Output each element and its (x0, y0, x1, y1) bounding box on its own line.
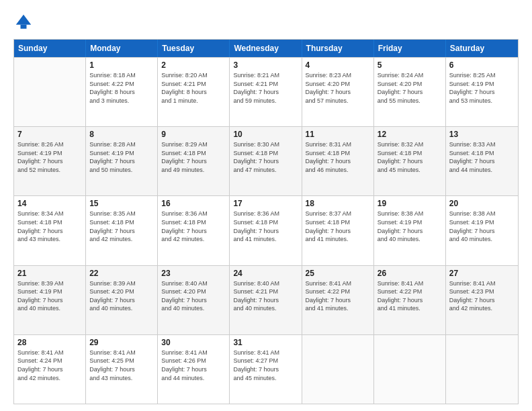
day-number: 3 (233, 60, 298, 70)
day-number: 16 (161, 199, 226, 208)
day-detail: Sunrise: 8:39 AMSunset: 4:20 PMDaylight:… (89, 279, 154, 313)
day-cell-31: 31Sunrise: 8:41 AMSunset: 4:27 PMDayligh… (230, 335, 302, 404)
empty-cell-4-6 (446, 335, 518, 404)
day-number: 17 (233, 199, 298, 208)
day-detail: Sunrise: 8:25 AMSunset: 4:19 PMDaylight:… (449, 71, 515, 105)
day-number: 23 (161, 269, 226, 278)
day-cell-7: 7Sunrise: 8:26 AMSunset: 4:19 PMDaylight… (14, 127, 86, 195)
svg-marker-0 (16, 15, 32, 25)
day-detail: Sunrise: 8:41 AMSunset: 4:22 PMDaylight:… (306, 279, 370, 313)
day-detail: Sunrise: 8:37 AMSunset: 4:18 PMDaylight:… (306, 210, 370, 243)
day-detail: Sunrise: 8:24 AMSunset: 4:20 PMDaylight:… (378, 71, 442, 105)
day-cell-29: 29Sunrise: 8:41 AMSunset: 4:25 PMDayligh… (86, 335, 158, 404)
day-number: 25 (306, 269, 370, 278)
day-number: 7 (17, 130, 82, 139)
header-day-sunday: Sunday (14, 40, 86, 57)
day-number: 31 (233, 338, 298, 347)
day-cell-19: 19Sunrise: 8:38 AMSunset: 4:19 PMDayligh… (374, 196, 446, 265)
day-number: 11 (306, 130, 370, 139)
day-number: 30 (161, 338, 226, 347)
calendar-body: 1Sunrise: 8:18 AMSunset: 4:22 PMDaylight… (14, 57, 518, 404)
day-number: 24 (233, 269, 298, 278)
day-detail: Sunrise: 8:28 AMSunset: 4:19 PMDaylight:… (89, 140, 154, 174)
day-number: 6 (449, 60, 515, 70)
day-cell-28: 28Sunrise: 8:41 AMSunset: 4:24 PMDayligh… (14, 335, 86, 404)
day-cell-12: 12Sunrise: 8:32 AMSunset: 4:18 PMDayligh… (374, 127, 446, 195)
header-day-monday: Monday (86, 40, 158, 57)
day-cell-6: 6Sunrise: 8:25 AMSunset: 4:19 PMDaylight… (446, 58, 518, 126)
day-number: 15 (89, 199, 154, 208)
day-cell-5: 5Sunrise: 8:24 AMSunset: 4:20 PMDaylight… (374, 58, 446, 126)
day-number: 8 (89, 130, 154, 139)
day-number: 1 (89, 60, 154, 70)
day-detail: Sunrise: 8:38 AMSunset: 4:19 PMDaylight:… (449, 210, 515, 243)
empty-cell-0-0 (14, 58, 86, 126)
header-day-tuesday: Tuesday (158, 40, 230, 57)
day-number: 26 (378, 269, 442, 278)
day-cell-18: 18Sunrise: 8:37 AMSunset: 4:18 PMDayligh… (302, 196, 374, 265)
day-cell-25: 25Sunrise: 8:41 AMSunset: 4:22 PMDayligh… (302, 266, 374, 334)
day-detail: Sunrise: 8:33 AMSunset: 4:18 PMDaylight:… (449, 140, 515, 174)
day-detail: Sunrise: 8:41 AMSunset: 4:23 PMDaylight:… (449, 279, 515, 313)
day-detail: Sunrise: 8:39 AMSunset: 4:19 PMDaylight:… (17, 279, 82, 313)
day-detail: Sunrise: 8:29 AMSunset: 4:18 PMDaylight:… (161, 140, 226, 174)
day-number: 18 (306, 199, 370, 208)
day-number: 27 (449, 269, 515, 278)
day-number: 4 (306, 60, 370, 70)
day-detail: Sunrise: 8:40 AMSunset: 4:20 PMDaylight:… (161, 279, 226, 313)
header-day-saturday: Saturday (446, 40, 518, 57)
day-number: 9 (161, 130, 226, 139)
day-detail: Sunrise: 8:38 AMSunset: 4:19 PMDaylight:… (378, 210, 442, 243)
day-number: 19 (378, 199, 442, 208)
day-cell-16: 16Sunrise: 8:36 AMSunset: 4:18 PMDayligh… (158, 196, 230, 265)
empty-cell-4-5 (374, 335, 446, 404)
day-detail: Sunrise: 8:41 AMSunset: 4:26 PMDaylight:… (161, 349, 226, 382)
day-cell-2: 2Sunrise: 8:20 AMSunset: 4:21 PMDaylight… (158, 58, 230, 126)
day-cell-26: 26Sunrise: 8:41 AMSunset: 4:22 PMDayligh… (374, 266, 446, 334)
day-number: 29 (89, 338, 154, 347)
day-number: 22 (89, 269, 154, 278)
day-number: 20 (449, 199, 515, 208)
day-cell-27: 27Sunrise: 8:41 AMSunset: 4:23 PMDayligh… (446, 266, 518, 334)
calendar-header: SundayMondayTuesdayWednesdayThursdayFrid… (14, 40, 518, 57)
day-cell-14: 14Sunrise: 8:34 AMSunset: 4:18 PMDayligh… (14, 196, 86, 265)
day-cell-13: 13Sunrise: 8:33 AMSunset: 4:18 PMDayligh… (446, 127, 518, 195)
day-detail: Sunrise: 8:36 AMSunset: 4:18 PMDaylight:… (161, 210, 226, 243)
day-detail: Sunrise: 8:41 AMSunset: 4:25 PMDaylight:… (89, 349, 154, 382)
day-detail: Sunrise: 8:31 AMSunset: 4:18 PMDaylight:… (306, 140, 370, 174)
day-cell-20: 20Sunrise: 8:38 AMSunset: 4:19 PMDayligh… (446, 196, 518, 265)
header (13, 12, 519, 32)
day-cell-9: 9Sunrise: 8:29 AMSunset: 4:18 PMDaylight… (158, 127, 230, 195)
day-cell-30: 30Sunrise: 8:41 AMSunset: 4:26 PMDayligh… (158, 335, 230, 404)
page: SundayMondayTuesdayWednesdayThursdayFrid… (0, 0, 532, 411)
day-cell-8: 8Sunrise: 8:28 AMSunset: 4:19 PMDaylight… (86, 127, 158, 195)
empty-cell-4-4 (302, 335, 374, 404)
day-detail: Sunrise: 8:41 AMSunset: 4:24 PMDaylight:… (17, 349, 82, 382)
day-number: 21 (17, 269, 82, 278)
header-day-thursday: Thursday (302, 40, 374, 57)
day-detail: Sunrise: 8:34 AMSunset: 4:18 PMDaylight:… (17, 210, 82, 243)
day-cell-22: 22Sunrise: 8:39 AMSunset: 4:20 PMDayligh… (86, 266, 158, 334)
calendar: SundayMondayTuesdayWednesdayThursdayFrid… (13, 39, 519, 404)
calendar-week-1: 7Sunrise: 8:26 AMSunset: 4:19 PMDaylight… (14, 126, 518, 195)
day-detail: Sunrise: 8:32 AMSunset: 4:18 PMDaylight:… (378, 140, 442, 174)
calendar-week-3: 21Sunrise: 8:39 AMSunset: 4:19 PMDayligh… (14, 265, 518, 334)
calendar-week-0: 1Sunrise: 8:18 AMSunset: 4:22 PMDaylight… (14, 57, 518, 126)
day-detail: Sunrise: 8:40 AMSunset: 4:21 PMDaylight:… (233, 279, 298, 313)
calendar-week-4: 28Sunrise: 8:41 AMSunset: 4:24 PMDayligh… (14, 334, 518, 404)
day-cell-15: 15Sunrise: 8:35 AMSunset: 4:18 PMDayligh… (86, 196, 158, 265)
day-cell-4: 4Sunrise: 8:23 AMSunset: 4:20 PMDaylight… (302, 58, 374, 126)
day-detail: Sunrise: 8:30 AMSunset: 4:18 PMDaylight:… (233, 140, 298, 174)
day-cell-11: 11Sunrise: 8:31 AMSunset: 4:18 PMDayligh… (302, 127, 374, 195)
day-detail: Sunrise: 8:20 AMSunset: 4:21 PMDaylight:… (161, 71, 226, 105)
day-cell-24: 24Sunrise: 8:40 AMSunset: 4:21 PMDayligh… (230, 266, 302, 334)
logo-icon (13, 12, 34, 32)
day-cell-3: 3Sunrise: 8:21 AMSunset: 4:21 PMDaylight… (230, 58, 302, 126)
day-detail: Sunrise: 8:41 AMSunset: 4:27 PMDaylight:… (233, 349, 298, 382)
day-number: 2 (161, 60, 226, 70)
day-cell-23: 23Sunrise: 8:40 AMSunset: 4:20 PMDayligh… (158, 266, 230, 334)
day-cell-21: 21Sunrise: 8:39 AMSunset: 4:19 PMDayligh… (14, 266, 86, 334)
day-detail: Sunrise: 8:26 AMSunset: 4:19 PMDaylight:… (17, 140, 82, 174)
day-detail: Sunrise: 8:41 AMSunset: 4:22 PMDaylight:… (378, 279, 442, 313)
day-number: 12 (378, 130, 442, 139)
